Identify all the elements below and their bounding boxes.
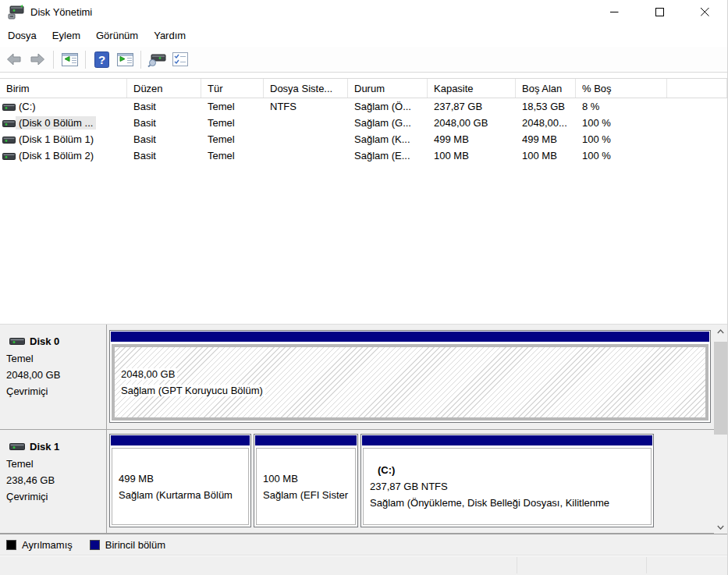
partition-type-band — [111, 332, 709, 342]
cell-status: Sağlam (E... — [348, 150, 428, 161]
partition-disk0-gpt[interactable]: 2048,00 GB Sağlam (GPT Koruyucu Bölüm) — [109, 330, 711, 423]
toolbar-separator — [85, 51, 86, 69]
help-button[interactable]: ? — [91, 49, 112, 69]
legend-label: Ayrılmamış — [22, 539, 73, 551]
volume-name: (Disk 1 Bölüm 1) — [16, 133, 97, 146]
vertical-scrollbar[interactable] — [714, 325, 727, 534]
show-action-pane-button[interactable] — [114, 49, 136, 69]
cell-pct-free: 100 % — [576, 117, 667, 129]
unallocated-swatch — [6, 540, 16, 550]
checklist-icon — [172, 52, 188, 66]
close-icon — [701, 8, 709, 16]
menu-eylem[interactable]: Eylem — [44, 26, 88, 45]
column-header-bos-alan[interactable]: Boş Alan — [516, 79, 576, 98]
show-console-tree-icon — [62, 53, 78, 66]
disk-size: 2048,00 GB — [6, 367, 101, 383]
partition-size: 100 MB — [263, 470, 355, 487]
column-header-duzen[interactable]: Düzen — [127, 79, 201, 98]
legend-bar: Ayrılmamış Birincil bölüm — [0, 534, 727, 555]
cell-pct-free: 100 % — [576, 133, 667, 145]
disk-1-header[interactable]: Disk 1 Temel 238,46 GB Çevrimiçi — [0, 430, 107, 533]
scrollbar-thumb[interactable] — [714, 342, 727, 435]
partition-type-band — [362, 435, 652, 445]
partition-size: 2048,00 GB — [121, 368, 177, 380]
status-bar — [0, 555, 727, 575]
cell-layout: Basit — [127, 101, 201, 112]
partition-type-band — [111, 435, 250, 445]
disk-management-window: Disk Yönetimi Dosya Eylem Görünüm Yardım — [0, 0, 728, 575]
status-bar-divider — [646, 557, 647, 573]
partition-size: 237,87 GB NTFS — [370, 478, 651, 495]
disk-size: 238,46 GB — [6, 472, 101, 488]
checklist-button[interactable] — [169, 49, 191, 69]
partition-status: Sağlam (GPT Koruyucu Bölüm) — [121, 385, 265, 396]
disk-0-graph: 2048,00 GB Sağlam (GPT Koruyucu Bölüm) — [107, 325, 727, 429]
scroll-down-button[interactable] — [714, 520, 727, 534]
cell-status: Sağlam (Ö... — [348, 101, 428, 112]
close-button[interactable] — [682, 0, 727, 23]
partition-status: Sağlam (Önyükleme, Disk Belleği Dosyası,… — [370, 495, 651, 511]
scroll-up-button[interactable] — [714, 325, 727, 338]
cell-capacity: 100 MB — [428, 150, 516, 161]
cell-capacity: 499 MB — [428, 133, 516, 145]
column-header-kapasite[interactable]: Kapasite — [428, 79, 516, 98]
volume-icon — [2, 151, 16, 161]
volume-list-header: Birim Düzen Tür Dosya Siste... Durum Kap… — [0, 78, 727, 98]
cell-layout: Basit — [127, 150, 201, 161]
window-controls — [591, 0, 727, 23]
menu-yardim[interactable]: Yardım — [146, 26, 194, 45]
rescan-disks-icon — [147, 52, 166, 67]
menu-bar: Dosya Eylem Görünüm Yardım — [0, 23, 727, 47]
partition-efi[interactable]: 100 MB Sağlam (EFI Sister — [254, 434, 358, 527]
partition-type-band — [255, 435, 357, 445]
partition-status: Sağlam (EFI Sister — [263, 487, 355, 503]
chevron-up-icon — [717, 329, 724, 334]
column-header-durum[interactable]: Durum — [348, 79, 428, 98]
chevron-down-icon — [717, 525, 724, 530]
disk-0-row: Disk 0 Temel 2048,00 GB Çevrimiçi 2048,0… — [0, 325, 727, 430]
disk-kind: Temel — [6, 456, 101, 472]
partition-recovery[interactable]: 499 MB Sağlam (Kurtarma Bölüm — [109, 434, 251, 527]
window-title: Disk Yönetimi — [30, 6, 92, 18]
cell-status: Sağlam (G... — [348, 117, 428, 129]
cell-type: Temel — [201, 101, 264, 112]
cell-free: 18,53 GB — [516, 101, 576, 112]
column-header-birim[interactable]: Birim — [0, 79, 127, 98]
table-row[interactable]: (C:) Basit Temel NTFS Sağlam (Ö... 237,8… — [0, 98, 727, 115]
column-header-dosya-sistemi[interactable]: Dosya Siste... — [264, 79, 348, 98]
maximize-button[interactable] — [637, 0, 682, 23]
partition-label: (C:) — [370, 462, 651, 478]
show-action-pane-icon — [117, 53, 133, 66]
table-row[interactable]: (Disk 1 Bölüm 1) Basit Temel Sağlam (K..… — [0, 131, 727, 147]
table-row[interactable]: (Disk 0 Bölüm ... Basit Temel Sağlam (G.… — [0, 115, 727, 131]
legend-item-unallocated: Ayrılmamış — [6, 539, 73, 551]
cell-free: 100 MB — [516, 150, 576, 161]
partition-c[interactable]: (C:) 237,87 GB NTFS Sağlam (Önyükleme, D… — [360, 434, 654, 527]
disk-icon — [9, 336, 25, 346]
graphical-view-pane: Disk 0 Temel 2048,00 GB Çevrimiçi 2048,0… — [0, 324, 727, 534]
column-header-yuzde-bos[interactable]: % Boş — [576, 79, 667, 98]
forward-button[interactable] — [27, 49, 48, 69]
cell-capacity: 237,87 GB — [428, 101, 516, 112]
disk-management-app-icon — [7, 4, 24, 20]
maximize-icon — [655, 8, 664, 16]
status-bar-divider — [517, 557, 517, 573]
rescan-disks-button[interactable] — [146, 49, 168, 69]
help-icon: ? — [94, 51, 109, 68]
column-header-tur[interactable]: Tür — [201, 79, 264, 98]
volume-icon — [2, 119, 16, 128]
disk-kind: Temel — [6, 350, 101, 367]
svg-text:?: ? — [98, 52, 105, 66]
back-button[interactable] — [3, 49, 25, 69]
show-console-tree-button[interactable] — [59, 49, 80, 69]
cell-capacity: 2048,00 GB — [428, 117, 516, 129]
minimize-button[interactable] — [591, 0, 637, 23]
menu-gorunum[interactable]: Görünüm — [88, 26, 146, 45]
forward-icon — [30, 53, 45, 66]
column-header-empty — [667, 79, 727, 98]
disk-0-header[interactable]: Disk 0 Temel 2048,00 GB Çevrimiçi — [0, 325, 107, 429]
menu-dosya[interactable]: Dosya — [0, 26, 44, 45]
volume-name: (Disk 1 Bölüm 2) — [16, 149, 97, 162]
back-icon — [6, 53, 22, 66]
table-row[interactable]: (Disk 1 Bölüm 2) Basit Temel Sağlam (E..… — [0, 147, 727, 164]
